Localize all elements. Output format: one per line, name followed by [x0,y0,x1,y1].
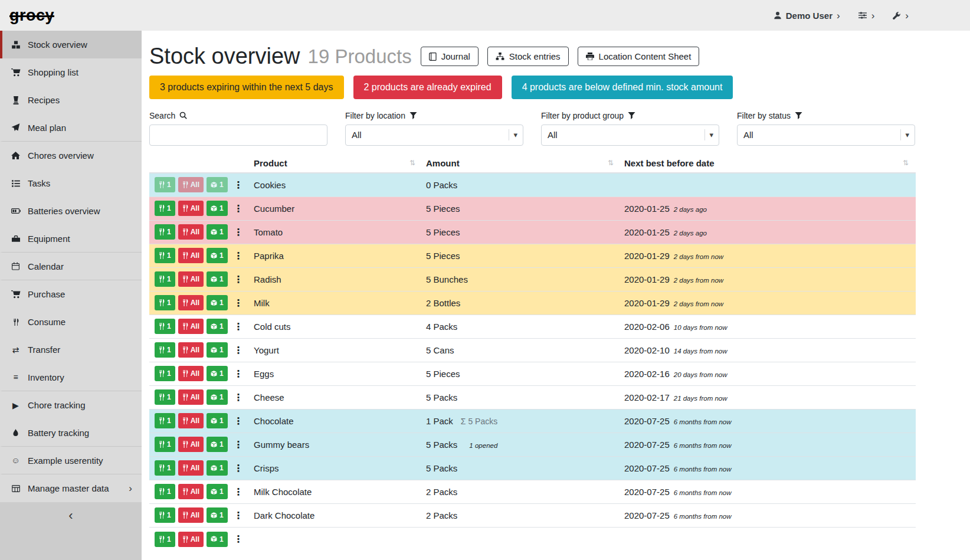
consume-one-button[interactable]: 1 [155,295,175,310]
row-menu-button[interactable]: ⋮ [231,319,246,334]
open-one-button[interactable]: 1 [207,460,228,476]
open-one-button[interactable]: 1 [207,413,228,428]
sidebar-item-stock-overview[interactable]: Stock overview [0,31,142,58]
bbd-column-header[interactable]: Next best before date ⇅ [624,158,916,168]
open-one-button[interactable]: 1 [207,248,228,263]
open-one-button[interactable]: 1 [207,532,228,547]
consume-all-button[interactable]: All [178,201,204,216]
row-menu-button[interactable]: ⋮ [231,248,246,263]
sidebar-item-tasks[interactable]: Tasks [0,169,142,197]
sidebar-item-chores-overview[interactable]: Chores overview [0,142,142,169]
expired-products-banner[interactable]: 2 products are already expired [353,76,502,99]
consume-all-button[interactable]: All [178,295,204,310]
table-row: 1 All 1 ⋮ Cheese 5 Packs 2020-02-1721 da… [149,386,916,410]
row-menu-button[interactable]: ⋮ [231,437,246,452]
row-menu-button[interactable]: ⋮ [231,460,246,476]
consume-one-button[interactable]: 1 [155,342,175,358]
consume-all-button[interactable]: All [178,319,204,334]
consume-one-button[interactable]: 1 [155,460,175,476]
app-logo[interactable]: grocy [9,6,54,25]
product-column-header[interactable]: Product ⇅ [254,158,426,168]
sidebar-item-consume[interactable]: Consume [0,308,142,336]
sidebar-item-shopping-list[interactable]: Shopping list [0,58,142,86]
consume-all-button[interactable]: All [178,413,204,428]
sidebar-item-meal-plan[interactable]: Meal plan [0,114,142,142]
expiring-products-banner[interactable]: 3 products expiring within the next 5 da… [149,76,344,99]
open-one-button[interactable]: 1 [207,319,228,334]
sidebar-item-chore-tracking[interactable]: ▶ Chore tracking [0,391,142,419]
below-min-stock-banner[interactable]: 4 products are below defined min. stock … [512,76,733,99]
consume-one-button[interactable]: 1 [155,224,175,240]
row-menu-button[interactable]: ⋮ [231,532,246,547]
consume-all-button[interactable]: All [178,460,204,476]
consume-all-button[interactable]: All [178,271,204,287]
sidebar-item-transfer[interactable]: ⇄ Transfer [0,336,142,363]
consume-one-button[interactable]: 1 [155,177,175,192]
row-menu-button[interactable]: ⋮ [231,484,246,499]
open-one-button[interactable]: 1 [207,389,228,405]
consume-one-button[interactable]: 1 [155,507,175,523]
sidebar-item-example-userentity[interactable]: ☺ Example userentity [0,447,142,474]
consume-one-button[interactable]: 1 [155,413,175,428]
search-input[interactable] [149,125,327,146]
open-one-button[interactable]: 1 [207,271,228,287]
sidebar-collapse-button[interactable]: ‹ [68,509,73,522]
sidebar-item-inventory[interactable]: ≡ Inventory [0,363,142,391]
location-content-sheet-button[interactable]: Location Content Sheet [578,47,700,66]
row-menu-button[interactable]: ⋮ [231,201,246,216]
consume-all-button[interactable]: All [178,507,204,523]
product-group-filter-select[interactable]: All ▾ [541,125,719,146]
sidebar-item-purchase[interactable]: Purchase [0,280,142,308]
admin-menu[interactable]: › [892,11,909,21]
consume-all-button[interactable]: All [178,248,204,263]
consume-one-button[interactable]: 1 [155,532,175,547]
consume-all-button[interactable]: All [178,532,204,547]
row-menu-button[interactable]: ⋮ [231,366,246,381]
consume-one-button[interactable]: 1 [155,319,175,334]
row-menu-button[interactable]: ⋮ [231,224,246,240]
consume-all-button[interactable]: All [178,224,204,240]
consume-all-button[interactable]: All [178,366,204,381]
location-filter-select[interactable]: All ▾ [345,125,523,146]
sidebar-item-manage-master-data[interactable]: Manage master data › [0,474,142,502]
sidebar-item-batteries-overview[interactable]: Batteries overview [0,197,142,225]
sidebar-item-equipment[interactable]: Equipment [0,225,142,253]
consume-one-button[interactable]: 1 [155,271,175,287]
open-one-button[interactable]: 1 [207,295,228,310]
consume-all-button[interactable]: All [178,177,204,192]
stock-entries-button[interactable]: Stock entries [487,47,569,66]
status-filter-select[interactable]: All ▾ [737,125,915,146]
row-menu-button[interactable]: ⋮ [231,413,246,428]
sidebar-item-battery-tracking[interactable]: Battery tracking [0,419,142,447]
amount-column-header[interactable]: Amount ⇅ [426,158,624,168]
row-menu-button[interactable]: ⋮ [231,507,246,523]
row-menu-button[interactable]: ⋮ [231,271,246,287]
consume-one-button[interactable]: 1 [155,484,175,499]
sidebar-item-calendar[interactable]: Calendar [0,253,142,280]
open-one-button[interactable]: 1 [207,342,228,358]
open-one-button[interactable]: 1 [207,484,228,499]
row-menu-button[interactable]: ⋮ [231,389,246,405]
consume-one-button[interactable]: 1 [155,437,175,452]
open-one-button[interactable]: 1 [207,201,228,216]
open-one-button[interactable]: 1 [207,177,228,192]
consume-one-button[interactable]: 1 [155,201,175,216]
consume-all-button[interactable]: All [178,437,204,452]
sidebar-item-recipes[interactable]: Recipes [0,86,142,114]
row-menu-button[interactable]: ⋮ [231,177,246,192]
open-one-button[interactable]: 1 [207,437,228,452]
consume-one-button[interactable]: 1 [155,366,175,381]
journal-button[interactable]: Journal [421,47,479,66]
row-menu-button[interactable]: ⋮ [231,342,246,358]
consume-all-button[interactable]: All [178,484,204,499]
consume-all-button[interactable]: All [178,342,204,358]
open-one-button[interactable]: 1 [207,507,228,523]
open-one-button[interactable]: 1 [207,366,228,381]
consume-one-button[interactable]: 1 [155,389,175,405]
consume-one-button[interactable]: 1 [155,248,175,263]
user-menu[interactable]: Demo User › [774,11,840,21]
consume-all-button[interactable]: All [178,389,204,405]
row-menu-button[interactable]: ⋮ [231,295,246,310]
settings-menu[interactable]: › [858,11,875,21]
open-one-button[interactable]: 1 [207,224,228,240]
